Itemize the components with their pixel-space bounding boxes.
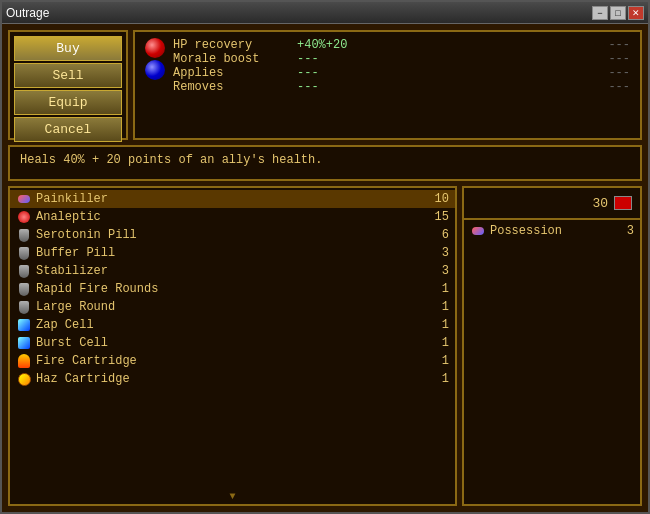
main-content: Buy Sell Equip Cancel HP recovery+40%+20… [2, 24, 648, 512]
item-quantity: 3 [429, 246, 449, 260]
stat-dash: --- [608, 38, 630, 52]
item-quantity: 1 [429, 282, 449, 296]
item-name: Zap Cell [36, 318, 429, 332]
window-controls: − □ ✕ [592, 6, 644, 20]
item-quantity: 1 [429, 354, 449, 368]
item-quantity: 1 [429, 300, 449, 314]
inv-large-round-icon [16, 299, 32, 315]
inv-rapid-fire-rounds-icon [16, 281, 32, 297]
stat-label: HP recovery [173, 38, 293, 52]
description-panel: Heals 40% + 20 points of an ally's healt… [8, 145, 642, 181]
inv-painkiller-icon [16, 191, 32, 207]
title-bar: Outrage − □ ✕ [2, 2, 648, 24]
right-item-quantity: 3 [614, 224, 634, 238]
stat-row: HP recovery+40%+20--- [173, 38, 630, 52]
item-quantity: 10 [429, 192, 449, 206]
item-quantity: 1 [429, 336, 449, 350]
inventory-item[interactable]: Large Round1 [10, 298, 455, 316]
stat-value: --- [297, 52, 377, 66]
stat-value: --- [297, 80, 377, 94]
right-inv-list: Possession3 [464, 220, 640, 504]
stat-label: Removes [173, 80, 293, 94]
item-name: Buffer Pill [36, 246, 429, 260]
inv-analeptic-icon [16, 209, 32, 225]
stat-dash: --- [608, 52, 630, 66]
right-inventory-item[interactable]: Possession3 [464, 222, 640, 240]
inventory-item[interactable]: Buffer Pill3 [10, 244, 455, 262]
item-name: Serotonin Pill [36, 228, 429, 242]
item-name: Large Round [36, 300, 429, 314]
buy-button[interactable]: Buy [14, 36, 122, 61]
inv-fire-cartridge-icon [16, 353, 32, 369]
inventory-item[interactable]: Stabilizer3 [10, 262, 455, 280]
stat-dash: --- [608, 66, 630, 80]
right-inv-count: 30 [592, 196, 608, 211]
stat-value: --- [297, 66, 377, 80]
description-text: Heals 40% + 20 points of an ally's healt… [20, 153, 322, 167]
inventory-item[interactable]: Serotonin Pill6 [10, 226, 455, 244]
details-panel: HP recovery+40%+20---Morale boost------A… [133, 30, 642, 140]
inventory-item[interactable]: Fire Cartridge1 [10, 352, 455, 370]
inventory-panel: Painkiller10Analeptic15Serotonin Pill6Bu… [8, 186, 457, 506]
main-window: Outrage − □ ✕ Buy Sell Equip Cancel [0, 0, 650, 514]
item-quantity: 3 [429, 264, 449, 278]
inventory-item[interactable]: Zap Cell1 [10, 316, 455, 334]
stat-dash: --- [608, 80, 630, 94]
right-inventory-panel: 30 Possession3 [462, 186, 642, 506]
item-name: Analeptic [36, 210, 429, 224]
inv-zap-cell-icon [16, 317, 32, 333]
orb-blue-icon [145, 60, 165, 80]
inv-stabilizer-icon [16, 263, 32, 279]
inventory-list: Painkiller10Analeptic15Serotonin Pill6Bu… [10, 188, 455, 489]
inventory-item[interactable]: Haz Cartridge1 [10, 370, 455, 388]
sell-button[interactable]: Sell [14, 63, 122, 88]
right-inv-header: 30 [464, 188, 640, 220]
inv-haz-cartridge-icon [16, 371, 32, 387]
item-name: Fire Cartridge [36, 354, 429, 368]
cancel-button[interactable]: Cancel [14, 117, 122, 142]
inv-buffer-pill-icon [16, 245, 32, 261]
maximize-button[interactable]: □ [610, 6, 626, 20]
minimize-button[interactable]: − [592, 6, 608, 20]
stat-label: Morale boost [173, 52, 293, 66]
item-image [145, 38, 165, 80]
equip-button[interactable]: Equip [14, 90, 122, 115]
item-quantity: 6 [429, 228, 449, 242]
stat-row: Morale boost------ [173, 52, 630, 66]
inventory-item[interactable]: Painkiller10 [10, 190, 455, 208]
inv-burst-cell-icon [16, 335, 32, 351]
item-name: Burst Cell [36, 336, 429, 350]
stat-row: Applies------ [173, 66, 630, 80]
orb-red-icon [145, 38, 165, 58]
stat-row: Removes------ [173, 80, 630, 94]
item-quantity: 1 [429, 318, 449, 332]
stats-list: HP recovery+40%+20---Morale boost------A… [173, 38, 630, 94]
close-button[interactable]: ✕ [628, 6, 644, 20]
inventory-item[interactable]: Analeptic15 [10, 208, 455, 226]
inv-serotonin-pill-icon [16, 227, 32, 243]
item-quantity: 15 [429, 210, 449, 224]
stat-label: Applies [173, 66, 293, 80]
flag-icon [614, 196, 632, 210]
item-quantity: 1 [429, 372, 449, 386]
action-panel: Buy Sell Equip Cancel [8, 30, 128, 140]
top-section: Buy Sell Equip Cancel HP recovery+40%+20… [8, 30, 642, 140]
details-top-row: HP recovery+40%+20---Morale boost------A… [145, 38, 630, 94]
item-name: Painkiller [36, 192, 429, 206]
bottom-section: Painkiller10Analeptic15Serotonin Pill6Bu… [8, 186, 642, 506]
right-possession-icon [470, 223, 486, 239]
inventory-item[interactable]: Burst Cell1 [10, 334, 455, 352]
item-name: Haz Cartridge [36, 372, 429, 386]
window-title: Outrage [6, 6, 49, 20]
scroll-down-arrow[interactable]: ▼ [10, 489, 455, 504]
item-name: Stabilizer [36, 264, 429, 278]
item-name: Rapid Fire Rounds [36, 282, 429, 296]
right-item-name: Possession [490, 224, 614, 238]
stat-value: +40%+20 [297, 38, 377, 52]
inventory-item[interactable]: Rapid Fire Rounds1 [10, 280, 455, 298]
